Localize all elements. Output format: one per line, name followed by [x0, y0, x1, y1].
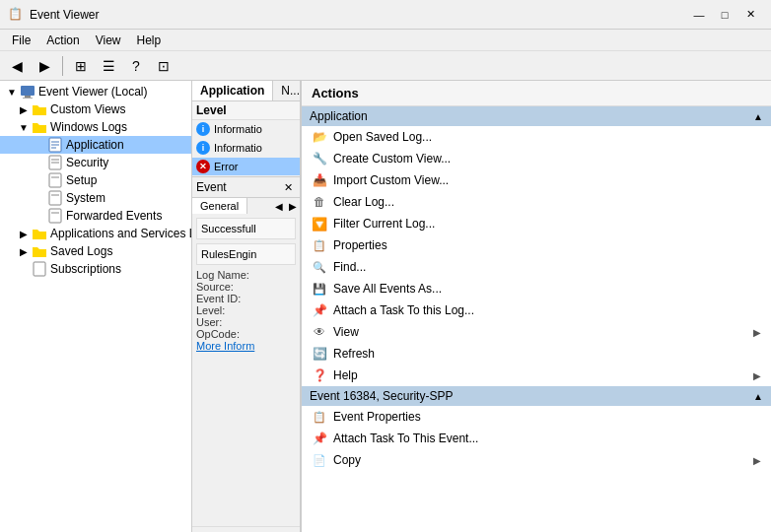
action-create-custom-view[interactable]: 🔧 Create Custom View... [302, 148, 771, 169]
event-field-user: User: [196, 316, 296, 328]
open-icon: 📂 [312, 129, 327, 145]
action-view[interactable]: 👁 View ▶ [302, 321, 771, 343]
event-detail-close[interactable]: ✕ [280, 179, 296, 195]
expand-custom-views[interactable]: ▶ [16, 101, 32, 117]
action-open-saved-log[interactable]: 📂 Open Saved Log... [302, 126, 771, 148]
level-column-header: Level [192, 101, 300, 120]
hscrollbar[interactable] [192, 526, 300, 532]
action-import-custom-view[interactable]: 📥 Import Custom View... [302, 169, 771, 191]
menu-file[interactable]: File [4, 32, 38, 49]
tree-item-saved-logs[interactable]: ▶ Saved Logs [0, 242, 191, 260]
tab-application[interactable]: Application [192, 81, 273, 100]
toolbar-help[interactable]: ? [123, 53, 149, 79]
action-refresh-label: Refresh [333, 347, 375, 361]
action-create-label: Create Custom View... [333, 152, 451, 166]
svg-rect-2 [23, 98, 33, 99]
tree-item-system[interactable]: ▶ System [0, 189, 191, 207]
action-find[interactable]: 🔍 Find... [302, 256, 771, 278]
maximize-button[interactable]: □ [712, 4, 737, 26]
expand-saved-logs[interactable]: ▶ [16, 243, 32, 259]
toolbar-list[interactable]: ☰ [96, 53, 121, 79]
log-entry-1[interactable]: i Informatio [192, 139, 300, 158]
actions-section-application-label: Application [310, 109, 368, 123]
tree-subscriptions-label: Subscriptions [50, 262, 121, 276]
tree-forwarded-label: Forwarded Events [66, 209, 162, 223]
log-entry-2[interactable]: ✕ Error [192, 158, 300, 176]
minimize-button[interactable]: — [686, 4, 712, 26]
subscriptions-icon [32, 261, 47, 277]
menu-help[interactable]: Help [129, 32, 170, 49]
entry-label-0: Informatio [214, 123, 262, 135]
svg-rect-10 [49, 173, 61, 187]
tree-system-label: System [66, 191, 105, 205]
toolbar-forward[interactable]: ▶ [32, 53, 57, 79]
tree-saved-logs-label: Saved Logs [50, 244, 112, 258]
event-tab-general[interactable]: General [192, 198, 247, 214]
toolbar-back[interactable]: ◀ [4, 53, 30, 79]
log-app-icon [47, 137, 63, 153]
import-icon: 📥 [312, 172, 327, 188]
action-help-label: Help [333, 368, 358, 382]
actions-section-application[interactable]: Application ▲ [302, 106, 771, 126]
help-icon: ❓ [312, 367, 327, 383]
action-save-all[interactable]: 💾 Save All Events As... [302, 278, 771, 299]
log-setup-icon [47, 172, 63, 188]
action-filter-log[interactable]: 🔽 Filter Current Log... [302, 213, 771, 234]
action-attach-task-event[interactable]: 📌 Attach Task To This Event... [302, 428, 771, 449]
expand-root[interactable]: ▼ [4, 84, 20, 100]
tree-item-app-services[interactable]: ▶ Applications and Services Lo [0, 225, 191, 242]
tree-item-subscriptions[interactable]: ▶ Subscriptions [0, 260, 191, 278]
tree-item-forwarded[interactable]: ▶ Forwarded Events [0, 207, 191, 225]
filter-icon: 🔽 [312, 216, 327, 232]
action-copy[interactable]: 📄 Copy ▶ [302, 449, 771, 471]
log-entry-0[interactable]: i Informatio [192, 120, 300, 139]
attach-log-icon: 📌 [312, 302, 327, 318]
event-detail-header: Event ✕ [192, 177, 300, 198]
event-detail-content: Successfull RulesEngin Log Name: Source:… [192, 214, 300, 356]
tree-item-application[interactable]: ▶ Application [0, 136, 191, 154]
action-properties[interactable]: 📋 Properties [302, 234, 771, 256]
event-field-opcode: OpCode: [196, 328, 296, 340]
actions-section-event[interactable]: Event 16384, Security-SPP ▲ [302, 386, 771, 406]
event-field-logname: Log Name: [196, 269, 296, 281]
log-system-icon [47, 190, 63, 206]
close-button[interactable]: ✕ [737, 4, 763, 26]
event-tab-next[interactable]: ▶ [286, 201, 300, 212]
toolbar-scope[interactable]: ⊞ [68, 53, 94, 79]
middle-panel-wrapper: Application N... Level i Informatio i In… [192, 81, 301, 532]
tree-root-label: Event Viewer (Local) [38, 85, 148, 99]
action-event-properties[interactable]: 📋 Event Properties [302, 406, 771, 428]
tree-item-setup[interactable]: ▶ Setup [0, 171, 191, 189]
actions-section-event-chevron: ▲ [753, 391, 763, 402]
find-icon: 🔍 [312, 259, 327, 275]
create-icon: 🔧 [312, 151, 327, 166]
folder-services-icon [32, 226, 47, 241]
event-tab-prev[interactable]: ◀ [272, 201, 286, 212]
toolbar: ◀ ▶ ⊞ ☰ ? ⊡ [0, 51, 771, 81]
folder-custom-icon [32, 101, 47, 117]
actions-section-event-label: Event 16384, Security-SPP [310, 389, 453, 403]
action-properties-label: Properties [333, 238, 387, 252]
menu-action[interactable]: Action [38, 32, 87, 49]
action-find-label: Find... [333, 260, 366, 274]
action-saveall-label: Save All Events As... [333, 282, 442, 296]
error-icon-2: ✕ [196, 160, 210, 173]
toolbar-view[interactable]: ⊡ [151, 53, 176, 79]
event-detail-panel: Event ✕ General ◀ ▶ Successfull RulesEng… [192, 177, 300, 526]
tree-item-security[interactable]: ▶ Security [0, 154, 191, 171]
action-refresh[interactable]: 🔄 Refresh [302, 343, 771, 365]
tree-item-windows-logs[interactable]: ▼ Windows Logs [0, 118, 191, 136]
tree-application-label: Application [66, 138, 124, 152]
tree-item-root[interactable]: ▼ Event Viewer (Local) [0, 83, 191, 100]
action-clear-log[interactable]: 🗑 Clear Log... [302, 191, 771, 213]
view-icon: 👁 [312, 324, 327, 340]
menu-view[interactable]: View [88, 32, 129, 49]
action-attach-task-log[interactable]: 📌 Attach a Task To this Log... [302, 299, 771, 321]
svg-rect-1 [25, 96, 31, 98]
tree-item-custom-views[interactable]: ▶ Custom Views [0, 100, 191, 118]
menubar: File Action View Help [0, 30, 771, 51]
action-help[interactable]: ❓ Help ▶ [302, 365, 771, 386]
expand-app-services[interactable]: ▶ [16, 226, 32, 241]
expand-windows-logs[interactable]: ▼ [16, 119, 32, 135]
event-text-1: RulesEngin [196, 243, 296, 265]
